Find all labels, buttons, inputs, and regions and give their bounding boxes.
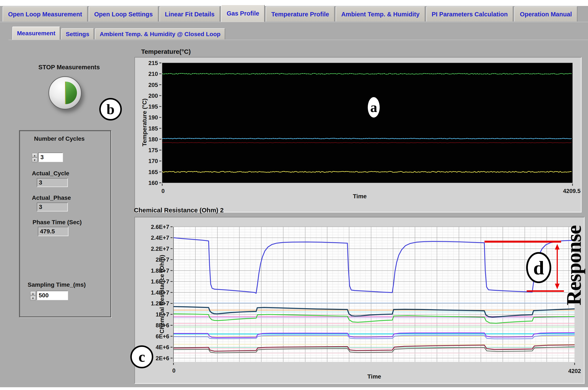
y-tick-label: 170	[148, 158, 158, 164]
annotation-c-marker: c	[130, 345, 153, 368]
resistance-chart-title: Chemical Resistance (Ohm) 2	[134, 207, 224, 214]
tab-open-loop-settings[interactable]: Open Loop Settings	[89, 6, 158, 22]
series-sensor-cyan	[173, 334, 575, 334]
subtab-ambient-temp-humidity-closed-loop[interactable]: Ambient Temp. & Humidity @ Closed Loop	[95, 28, 225, 40]
tab-linear-fit-details[interactable]: Linear Fit Details	[159, 6, 220, 22]
y-tick-label: 185	[148, 125, 158, 132]
stop-measurements-label: STOP Measurements	[34, 64, 104, 71]
resistance-graph: d2.6E+72.4E+72.2E+72E+71.8E+71.6E+71.4E+…	[135, 217, 585, 385]
y-tick-label: 2E+6	[156, 355, 169, 361]
x-tick-label-min: 0	[172, 367, 175, 374]
y-tick-label: 160	[148, 180, 158, 186]
x-tick-label-max: 4209.5	[563, 188, 581, 194]
sub-tabbar-underline	[8, 39, 588, 40]
actual-cycle-field: 3	[37, 178, 68, 187]
number-of-cycles-increment-button[interactable]: ▲	[32, 153, 37, 158]
x-tick-label-min: 0	[161, 188, 165, 194]
temperature-y-axis-label: Temperature (°C)	[141, 91, 148, 154]
annotation-d-marker: d	[533, 257, 544, 279]
y-tick-label: 195	[148, 103, 158, 110]
actual-phase-label: Actual_Phase	[32, 195, 71, 201]
actual-cycle-label: Actual_Cycle	[32, 170, 69, 177]
y-tick-label: 200	[148, 93, 158, 99]
phase-time-sec-label: Phase Time (Sec)	[33, 219, 82, 226]
y-tick-label: 165	[148, 169, 158, 175]
y-tick-label: 190	[148, 114, 158, 121]
y-tick-label: 205	[148, 82, 158, 88]
resistance-chart-container: d2.6E+72.4E+72.2E+72E+71.8E+71.6E+71.4E+…	[134, 217, 585, 384]
y-tick-label: 215	[148, 60, 158, 66]
y-tick-label: 175	[148, 147, 158, 153]
tab-operation-manual[interactable]: Operation Manual	[514, 6, 577, 22]
tab-temperature-profile[interactable]: Temperature Profile	[266, 6, 335, 22]
sampling-time-ms-increment-button[interactable]: ▲	[30, 291, 36, 296]
number-of-cycles-stepper: ▲▼	[32, 153, 37, 162]
annotation-a-marker: a	[368, 97, 380, 118]
y-tick-label: 2.6E+7	[151, 224, 169, 230]
tab-ambient-temp-humidity[interactable]: Ambient Temp. & Humidity	[336, 6, 425, 22]
annotation-b-marker: b	[99, 98, 122, 120]
main-tabbar-underline	[0, 21, 588, 22]
x-tick-label-max: 4202	[568, 368, 581, 374]
temperature-graph: 2152102052001951901851801751701651600420…	[135, 58, 582, 213]
number-of-cycles-field[interactable]: 3	[38, 153, 63, 162]
actual-phase-field: 3	[37, 202, 68, 211]
sub-tab-bar: MeasurementSettingsAmbient Temp. & Humid…	[12, 28, 226, 40]
sampling-time-ms-decrement-button[interactable]: ▼	[30, 296, 36, 300]
main-tab-bar: Open Loop MeasurementOpen Loop SettingsL…	[2, 6, 579, 22]
temperature-chart-title: Temperature(°C)	[141, 48, 191, 55]
sampling-time-ms-field[interactable]: 500	[37, 291, 68, 300]
tab-pi-parameters-calculation[interactable]: PI Parameters Calculation	[426, 6, 513, 22]
tab-gas-profile[interactable]: Gas Profile	[221, 5, 265, 22]
y-tick-label: 180	[148, 136, 158, 143]
tab-open-loop-measurement[interactable]: Open Loop Measurement	[2, 6, 88, 22]
sampling-time-ms-stepper: ▲▼	[30, 291, 36, 300]
y-tick-label: 2.4E+7	[151, 235, 169, 241]
subtab-settings[interactable]: Settings	[61, 28, 94, 40]
number-of-cycles-decrement-button[interactable]: ▼	[32, 158, 37, 162]
response-annotation-label: Response	[559, 223, 588, 308]
labview-front-panel: Open Loop MeasurementOpen Loop SettingsL…	[0, 0, 588, 390]
resistance-x-axis-label: Time	[367, 373, 381, 380]
plot-area	[162, 63, 573, 183]
y-tick-label: 210	[148, 71, 158, 77]
sampling-time-ms-label: Sampling Time_(ms)	[28, 281, 86, 288]
temperature-chart-container: 2152102052001951901851801751701651600420…	[134, 57, 582, 212]
number-of-cycles-label: Number of Cycles	[34, 135, 85, 142]
subtab-measurement[interactable]: Measurement	[12, 27, 60, 40]
temperature-x-axis-label: Time	[353, 193, 367, 200]
stop-measurements-button[interactable]	[49, 76, 82, 109]
y-tick-label: 4E+6	[156, 344, 169, 350]
resistance-y-axis-label: Chemical Resistance (Ohm)	[159, 245, 165, 343]
phase-time-sec-field: 479.5	[38, 227, 68, 236]
series-heater-178C	[162, 143, 572, 143]
stop-button-green-wedge-icon	[65, 82, 77, 104]
